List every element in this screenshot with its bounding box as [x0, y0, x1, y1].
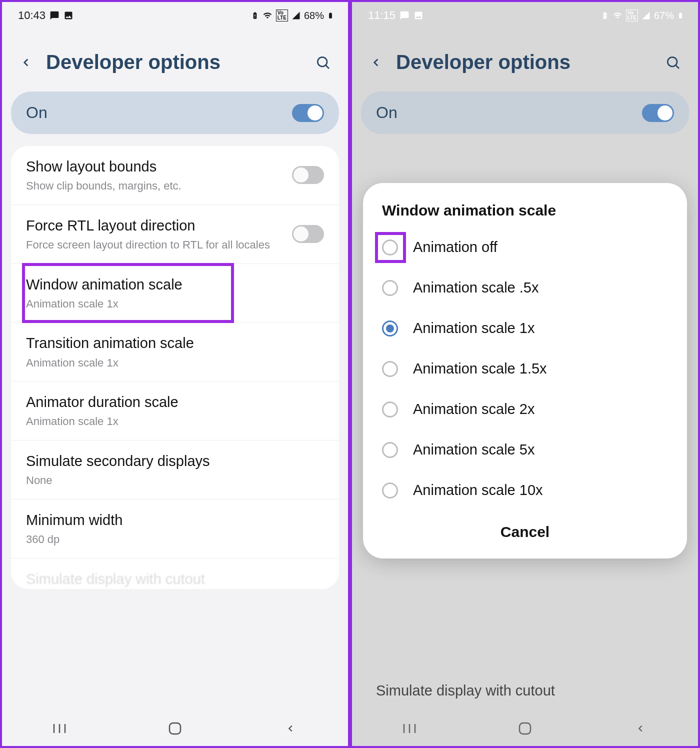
row-title: Animator duration scale	[26, 392, 324, 412]
back-button[interactable]	[366, 52, 386, 72]
row-title: Force RTL layout direction	[26, 216, 292, 236]
search-button[interactable]	[312, 52, 334, 74]
toggle-show-layout-bounds[interactable]	[292, 166, 324, 184]
svg-rect-5	[170, 723, 180, 734]
option-label: Animation off	[413, 239, 498, 256]
option-animation-5x[interactable]: Animation scale 5x	[363, 430, 687, 470]
row-sub: None	[26, 473, 324, 488]
radio-icon	[382, 482, 398, 498]
image-icon	[414, 10, 424, 20]
signal-icon	[291, 11, 301, 20]
option-animation-2x[interactable]: Animation scale 2x	[363, 389, 687, 430]
page-header: Developer options	[2, 26, 348, 92]
status-time: 11:15	[368, 9, 396, 22]
search-button[interactable]	[662, 52, 684, 74]
nav-home[interactable]	[492, 716, 558, 741]
chat-icon	[400, 10, 410, 20]
row-sub: 360 dp	[26, 532, 324, 547]
svg-point-6	[668, 57, 677, 66]
radio-icon	[382, 442, 398, 458]
row-minimum-width[interactable]: Minimum width 360 dp	[11, 500, 339, 558]
option-label: Animation scale 5x	[413, 442, 534, 458]
row-sub: Animation scale 1x	[26, 296, 324, 312]
row-title: Simulate secondary displays	[26, 452, 324, 471]
svg-line-1	[326, 65, 329, 68]
row-window-animation-scale[interactable]: Window animation scale Animation scale 1…	[11, 264, 339, 323]
nav-bar	[2, 711, 348, 746]
page-title: Developer options	[46, 51, 302, 74]
row-title: Minimum width	[26, 510, 324, 530]
master-toggle[interactable]	[642, 104, 674, 122]
chat-icon	[50, 10, 60, 20]
status-bar: 10:43 VoLTE 68%	[2, 2, 348, 26]
row-title: Window animation scale	[26, 275, 324, 294]
row-sub: Show clip bounds, margins, etc.	[26, 178, 292, 194]
page-title: Developer options	[396, 51, 652, 74]
row-title: Show layout bounds	[26, 157, 292, 176]
page-header: Developer options	[352, 26, 698, 92]
radio-icon	[382, 402, 398, 418]
cancel-button[interactable]: Cancel	[363, 510, 687, 546]
nav-home[interactable]	[142, 716, 208, 741]
dialog-window-animation-scale: Window animation scale Animation off Ani…	[363, 183, 687, 558]
option-animation-10x[interactable]: Animation scale 10x	[363, 470, 687, 510]
signal-icon	[641, 11, 651, 20]
status-time: 10:43	[18, 9, 46, 22]
radio-icon	[382, 240, 398, 256]
nav-recents[interactable]	[377, 716, 442, 741]
row-sub: Animation scale 1x	[26, 356, 324, 370]
battery-percent: 67%	[654, 10, 674, 22]
volte-icon: VoLTE	[276, 10, 288, 22]
phone-screen-left: 10:43 VoLTE 68%	[0, 0, 350, 748]
radio-icon	[382, 320, 398, 336]
option-animation-15x[interactable]: Animation scale 1.5x	[363, 348, 687, 389]
battery-icon	[677, 10, 684, 21]
option-label: Animation scale 10x	[413, 482, 543, 498]
settings-card: Show layout bounds Show clip bounds, mar…	[11, 146, 339, 589]
nav-recents[interactable]	[27, 716, 92, 741]
back-button[interactable]	[16, 52, 36, 72]
master-toggle-row[interactable]: On	[361, 92, 689, 134]
option-animation-1x[interactable]: Animation scale 1x	[363, 308, 687, 348]
dialog-title: Window animation scale	[363, 202, 687, 227]
row-sub: Force screen layout direction to RTL for…	[26, 238, 292, 252]
row-transition-animation-scale[interactable]: Transition animation scale Animation sca…	[11, 322, 339, 382]
nav-bar	[352, 711, 698, 746]
option-animation-off[interactable]: Animation off	[363, 227, 687, 268]
image-icon	[64, 10, 74, 20]
wifi-icon	[612, 11, 623, 20]
radio-icon	[382, 280, 398, 296]
status-bar: 11:15 VoLTE 67%	[352, 2, 698, 26]
row-show-layout-bounds[interactable]: Show layout bounds Show clip bounds, mar…	[11, 146, 339, 205]
toggle-force-rtl[interactable]	[292, 225, 324, 243]
option-label: Animation scale 1.5x	[413, 360, 547, 377]
row-animator-duration-scale[interactable]: Animator duration scale Animation scale …	[11, 382, 339, 440]
master-toggle-label: On	[26, 104, 48, 122]
master-toggle[interactable]	[292, 104, 324, 122]
row-sub: Animation scale 1x	[26, 414, 324, 429]
svg-point-0	[318, 57, 327, 66]
svg-line-7	[676, 65, 679, 68]
bg-row-cutout[interactable]: Simulate display with cutout	[352, 674, 698, 708]
option-label: Animation scale .5x	[413, 280, 538, 296]
row-force-rtl[interactable]: Force RTL layout direction Force screen …	[11, 205, 339, 264]
battery-icon	[327, 10, 334, 21]
row-title: Transition animation scale	[26, 334, 324, 353]
nav-back[interactable]	[258, 716, 323, 741]
option-animation-05x[interactable]: Animation scale .5x	[363, 268, 687, 308]
volte-icon: VoLTE	[626, 10, 638, 22]
radio-icon	[382, 361, 398, 377]
phone-screen-right: 11:15 VoLTE 67%	[350, 0, 700, 748]
battery-percent: 68%	[304, 10, 324, 22]
svg-rect-11	[520, 723, 530, 734]
master-toggle-row[interactable]: On	[11, 92, 339, 134]
option-label: Animation scale 2x	[413, 401, 534, 418]
row-simulate-secondary-displays[interactable]: Simulate secondary displays None	[11, 440, 339, 500]
wifi-icon	[262, 11, 273, 20]
nav-back[interactable]	[608, 716, 673, 741]
battery-saver-icon	[251, 10, 259, 20]
master-toggle-label: On	[376, 104, 398, 122]
battery-saver-icon	[601, 10, 609, 20]
row-cutoff[interactable]: Simulate display with cutout	[11, 558, 339, 589]
option-label: Animation scale 1x	[413, 320, 534, 336]
